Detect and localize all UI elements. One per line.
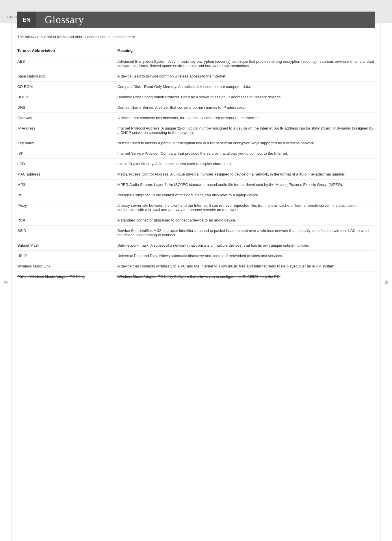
meaning-cell: Service Set Identifier. A 32-character i… <box>117 226 375 240</box>
table-row: DNSDomain Name Server. A server that con… <box>17 102 375 113</box>
term-cell: MAC address <box>17 169 117 180</box>
table-row: ISPInternet Service Provider. Company th… <box>17 148 375 159</box>
meaning-cell: Personal Computer. In the context of thi… <box>117 190 375 200</box>
border-right <box>380 23 380 541</box>
meaning-cell: Internet Service Provider. Company that … <box>117 148 375 159</box>
term-cell: SSID <box>17 226 117 240</box>
meaning-cell: Universal Plug and Play. Allows automati… <box>117 251 375 261</box>
table-row: IP AddressInternet Protocol Address. A u… <box>17 123 375 138</box>
meaning-cell: Advanced Encryption System. A symmetric … <box>117 56 375 71</box>
term-cell: Base station (BS) <box>17 71 117 82</box>
meaning-cell: A device used to provide common wireless… <box>117 71 375 82</box>
lang-badge: EN <box>17 12 36 28</box>
page-title: Glossary <box>36 14 84 26</box>
term-cell: UPnP <box>17 251 117 261</box>
table-row: LCDLiquid Crystal Display. A flat panel … <box>17 159 375 169</box>
border-left <box>12 23 12 541</box>
meaning-cell: Dynamic Host Configuration Protocol. Use… <box>117 92 375 102</box>
header-bar: EN Glossary <box>17 12 375 28</box>
term-cell: IP Address <box>17 123 117 138</box>
table-row: Subnet MaskSub-network mask. A subset of… <box>17 240 375 251</box>
term-cell: Wireless Music Link <box>17 261 117 272</box>
term-cell: MP3 <box>17 180 117 190</box>
table-row: ProxyA proxy server sits between the cli… <box>17 200 375 215</box>
table-row: Philips Wireless Music Adapter PC Utilit… <box>17 272 375 282</box>
term-cell: Philips Wireless Music Adapter PC Utilit… <box>17 272 117 282</box>
col-header-term: Term or Abbreviation <box>17 47 117 56</box>
table-row: GatewayA device that connects two networ… <box>17 113 375 123</box>
meaning-cell: MPEG Audio Stream, Layer 3. An ISO/IEC s… <box>117 180 375 190</box>
term-cell: ISP <box>17 148 117 159</box>
table-row: MAC addressMedia Access Control Address.… <box>17 169 375 180</box>
reg-mark-right: ⊕ <box>383 279 390 286</box>
table-row: MP3MPEG Audio Stream, Layer 3. An ISO/IE… <box>17 180 375 190</box>
term-cell: AES <box>17 56 117 71</box>
term-cell: DHCP <box>17 92 117 102</box>
glossary-table: Term or Abbreviation Meaning AESAdvanced… <box>17 47 375 282</box>
meaning-cell: A standard connector plug used to connec… <box>117 215 375 226</box>
col-header-meaning: Meaning <box>117 47 375 56</box>
meaning-cell: Liquid Crystal Display. A flat panel scr… <box>117 159 375 169</box>
meaning-cell: Wireless Music Adapter PC Utility Softwa… <box>117 272 375 282</box>
table-row: UPnPUniversal Plug and Play. Allows auto… <box>17 251 375 261</box>
table-row: DHCPDynamic Host Configuration Protocol.… <box>17 92 375 102</box>
meaning-cell: Internet Protocol Address. A unique 32-b… <box>117 123 375 138</box>
table-row: Key IndexNumber used to identify a parti… <box>17 138 375 148</box>
term-cell: LCD <box>17 159 117 169</box>
table-row: Wireless Music LinkA device that connect… <box>17 261 375 272</box>
table-row: RCAA standard connector plug used to con… <box>17 215 375 226</box>
intro-paragraph: The following is a list of terms and abb… <box>17 35 375 39</box>
meaning-cell: A device that connects wirelessly to a P… <box>117 261 375 272</box>
term-cell: CD-ROM <box>17 82 117 92</box>
table-row: AESAdvanced Encryption System. A symmetr… <box>17 56 375 71</box>
table-row: Base station (BS)A device used to provid… <box>17 71 375 82</box>
term-cell: PC <box>17 190 117 200</box>
meaning-cell: Compact Disk - Read Only Memory. An opti… <box>117 82 375 92</box>
table-header-row: Term or Abbreviation Meaning <box>17 47 375 56</box>
page-container: ⊕ ⊕ ⊕ ⊕ SLA5520_Eng*.qxd 02-06-2005 16:4… <box>0 12 392 541</box>
term-cell: Proxy <box>17 200 117 215</box>
reg-mark-left: ⊕ <box>2 279 9 286</box>
table-row: PCPersonal Computer. In the context of t… <box>17 190 375 200</box>
table-row: CD-ROMCompact Disk - Read Only Memory. A… <box>17 82 375 92</box>
meaning-cell: A device that connects two networks, for… <box>117 113 375 123</box>
page-content: EN Glossary The following is a list of t… <box>17 12 375 282</box>
term-cell: Key Index <box>17 138 117 148</box>
meaning-cell: Number used to identify a particular enc… <box>117 138 375 148</box>
table-row: SSIDService Set Identifier. A 32-charact… <box>17 226 375 240</box>
term-cell: DNS <box>17 102 117 113</box>
term-cell: Gateway <box>17 113 117 123</box>
meaning-cell: Domain Name Server. A server that conver… <box>117 102 375 113</box>
term-cell: RCA <box>17 215 117 226</box>
term-cell: Subnet Mask <box>17 240 117 251</box>
meaning-cell: A proxy server sits between the client a… <box>117 200 375 215</box>
meaning-cell: Media Access Control Address. A unique p… <box>117 169 375 180</box>
meaning-cell: Sub-network mask. A subset of a network … <box>117 240 375 251</box>
